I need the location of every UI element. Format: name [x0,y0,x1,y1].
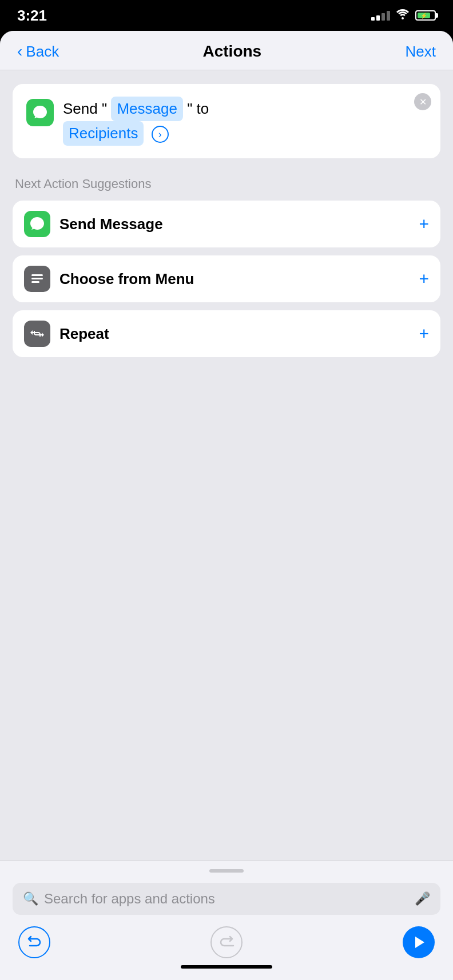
bottom-sheet: 🔍 Search for apps and actions 🎤 [0,861,453,980]
choose-from-menu-label: Choose from Menu [59,270,194,288]
sheet-handle [209,869,244,873]
signal-icon [371,11,390,21]
back-chevron-icon: ‹ [17,43,22,59]
action-close-button[interactable]: ✕ [414,93,431,110]
wifi-icon [396,8,410,23]
repeat-icon [24,321,50,347]
redo-button[interactable] [210,926,243,958]
suggestion-left: Send Message [24,211,163,237]
status-bar: 3:21 ⚡ [0,0,453,31]
repeat-label: Repeat [59,325,109,343]
main-container: ‹ Back Actions Next Send " Message " to … [0,31,453,980]
back-button[interactable]: ‹ Back [17,43,59,61]
suggestion-left: Choose from Menu [24,266,194,292]
send-message-label: Send Message [59,215,163,233]
search-input[interactable]: Search for apps and actions [44,891,409,907]
suggestion-repeat[interactable]: Repeat + [13,310,440,357]
next-button[interactable]: Next [406,43,436,61]
svg-rect-3 [31,281,39,283]
undo-button[interactable] [18,926,50,958]
status-time: 3:21 [17,7,47,25]
send-message-icon [24,211,50,237]
search-icon: 🔍 [23,891,38,906]
svg-marker-4 [415,937,424,948]
svg-point-0 [402,17,404,19]
toolbar-row [13,926,440,958]
back-label: Back [26,43,59,61]
nav-bar: ‹ Back Actions Next [0,31,453,70]
message-token[interactable]: Message [111,97,183,121]
svg-rect-1 [31,274,43,276]
action-card-text: Send " Message " to Recipients › [63,97,427,146]
repeat-add-icon[interactable]: + [419,324,429,343]
choose-from-menu-icon [24,266,50,292]
battery-icon: ⚡ [415,10,436,21]
status-icons: ⚡ [371,8,436,23]
choose-from-menu-add-icon[interactable]: + [419,269,429,289]
send-prefix: Send " [63,100,111,117]
recipients-expand-icon[interactable]: › [152,126,169,143]
send-middle: " to [183,100,209,117]
microphone-icon[interactable]: 🎤 [415,891,430,906]
suggestions-section-label: Next Action Suggestions [13,177,440,191]
content-area: Send " Message " to Recipients › ✕ Next … [0,70,453,861]
action-card: Send " Message " to Recipients › ✕ [13,84,440,158]
messages-app-icon [26,99,54,126]
suggestion-choose-from-menu[interactable]: Choose from Menu + [13,255,440,302]
send-message-add-icon[interactable]: + [419,214,429,234]
run-button[interactable] [403,926,435,958]
suggestion-left: Repeat [24,321,109,347]
svg-rect-2 [31,278,43,279]
search-bar[interactable]: 🔍 Search for apps and actions 🎤 [13,883,440,915]
page-title: Actions [202,42,261,61]
recipients-token[interactable]: Recipients [63,121,144,146]
suggestion-send-message[interactable]: Send Message + [13,201,440,247]
home-indicator [181,965,272,969]
